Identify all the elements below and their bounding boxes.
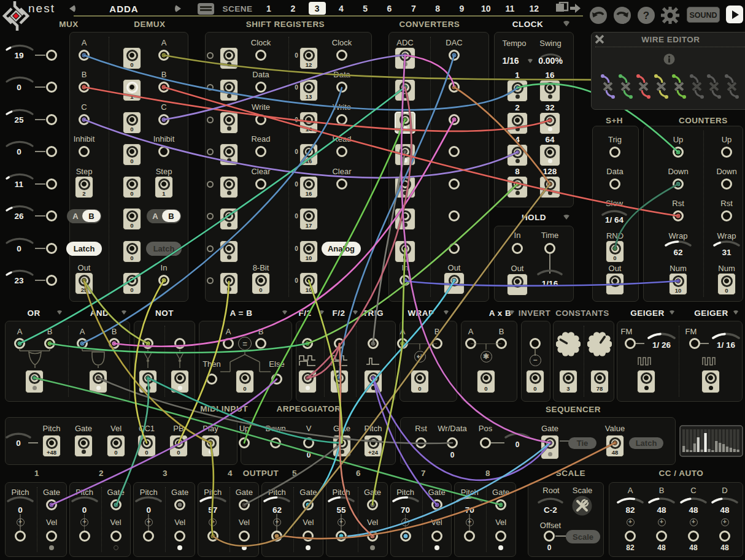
svg-text:?: ?	[643, 10, 649, 21]
